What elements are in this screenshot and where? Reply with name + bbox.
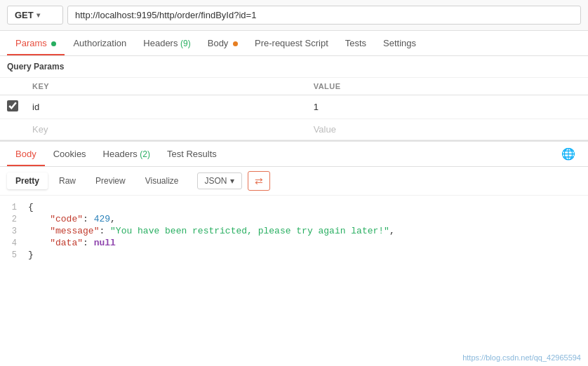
watermark: https://blog.csdn.net/qq_42965594	[462, 353, 581, 362]
tab-body-label: Body	[208, 38, 229, 48]
response-tab-headers[interactable]: Headers (2)	[95, 142, 159, 166]
format-json-chevron: ▾	[230, 176, 234, 186]
format-json-label: JSON	[205, 176, 227, 186]
tab-authorization[interactable]: Authorization	[65, 31, 135, 55]
param-key: id	[25, 95, 307, 119]
row-checkbox-cell	[0, 95, 25, 119]
line-content-5: }	[28, 250, 34, 260]
code-line-3: 3 "message": "You have been restricted, …	[0, 225, 588, 237]
response-tab-cookies[interactable]: Cookies	[45, 142, 95, 166]
line-content-4: "data": null	[28, 238, 116, 248]
line-num-5: 5	[0, 250, 28, 260]
line-content-3: "message": "You have been restricted, pl…	[28, 226, 395, 236]
wrap-button[interactable]: ⇄	[248, 171, 270, 191]
url-bar: GET ▾	[0, 0, 588, 31]
tab-headers-label: Headers	[143, 38, 180, 48]
response-tab-testresults-label: Test Results	[167, 149, 217, 159]
format-visualize-btn[interactable]: Visualize	[137, 172, 187, 189]
table-row-new: Key Value	[0, 119, 588, 140]
col-value: VALUE	[307, 78, 588, 95]
new-param-key[interactable]: Key	[25, 119, 307, 140]
response-tab-body[interactable]: Body	[7, 142, 45, 166]
url-input[interactable]	[67, 6, 581, 25]
request-tabs: Params Authorization Headers (9) Body Pr…	[0, 31, 588, 56]
params-table: KEY VALUE id 1 Key	[0, 78, 588, 140]
line-num-1: 1	[0, 203, 28, 212]
response-section: Body Cookies Headers (2) Test Results 🌐 …	[0, 140, 588, 366]
col-key: KEY	[25, 78, 307, 95]
headers-badge: (9)	[180, 39, 191, 48]
tab-tests[interactable]: Tests	[337, 31, 375, 55]
method-chevron: ▾	[36, 11, 40, 19]
body-dot	[233, 41, 238, 46]
method-label: GET	[15, 10, 34, 20]
line-num-2: 2	[0, 215, 28, 224]
line-content-1: {	[28, 202, 34, 212]
params-dot	[51, 41, 56, 46]
tab-prerequest-label: Pre-request Script	[255, 38, 328, 48]
app-container: GET ▾ Params Authorization Headers (9) B…	[0, 0, 588, 366]
response-tab-body-label: Body	[15, 149, 36, 159]
tab-params-label: Params	[15, 38, 47, 48]
tab-body[interactable]: Body	[199, 31, 246, 55]
tab-tests-label: Tests	[345, 38, 366, 48]
wrap-icon: ⇄	[255, 175, 263, 187]
tab-params[interactable]: Params	[7, 31, 65, 55]
method-select[interactable]: GET ▾	[7, 6, 63, 25]
table-row: id 1	[0, 95, 588, 119]
col-checkbox	[0, 78, 25, 95]
tab-authorization-label: Authorization	[73, 38, 126, 48]
response-tab-cookies-label: Cookies	[53, 149, 86, 159]
format-pretty-btn[interactable]: Pretty	[7, 172, 48, 189]
format-preview-btn[interactable]: Preview	[87, 172, 134, 189]
format-raw-btn[interactable]: Raw	[51, 172, 84, 189]
globe-icon[interactable]: 🌐	[556, 142, 581, 166]
line-num-3: 3	[0, 226, 28, 236]
line-num-4: 4	[0, 238, 28, 248]
tab-settings[interactable]: Settings	[375, 31, 425, 55]
format-json-select[interactable]: JSON ▾	[197, 172, 242, 189]
param-checkbox[interactable]	[7, 100, 18, 111]
line-content-2: "code": 429,	[28, 214, 116, 224]
new-row-checkbox-cell	[0, 119, 25, 140]
query-params-section: Query Params KEY VALUE id 1	[0, 56, 588, 140]
response-controls: Pretty Raw Preview Visualize JSON ▾ ⇄	[0, 167, 588, 196]
response-tab-testresults[interactable]: Test Results	[159, 142, 225, 166]
code-line-5: 5 }	[0, 249, 588, 261]
code-line-2: 2 "code": 429,	[0, 213, 588, 225]
response-headers-badge: (2)	[140, 149, 150, 159]
tab-headers[interactable]: Headers (9)	[135, 31, 199, 55]
new-param-value[interactable]: Value	[307, 119, 588, 140]
code-line-1: 1 {	[0, 201, 588, 213]
code-block: 1 { 2 "code": 429, 3 "message": "You hav…	[0, 196, 588, 366]
response-tab-headers-label: Headers	[103, 149, 140, 159]
tab-settings-label: Settings	[383, 38, 416, 48]
query-params-header: Query Params	[0, 56, 588, 78]
tab-prerequest[interactable]: Pre-request Script	[246, 31, 337, 55]
code-line-4: 4 "data": null	[0, 237, 588, 249]
param-value: 1	[307, 95, 588, 119]
response-tabs: Body Cookies Headers (2) Test Results 🌐	[0, 142, 588, 167]
